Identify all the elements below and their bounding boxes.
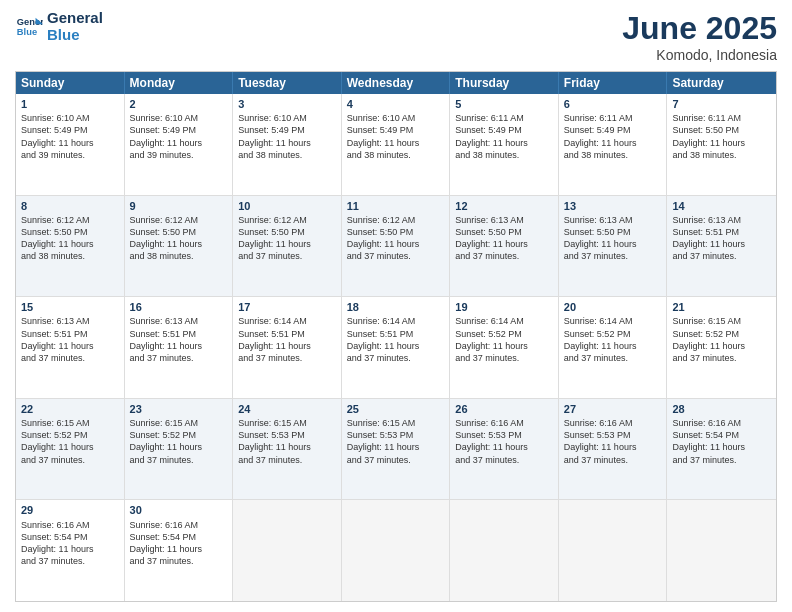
cell-0-4: 5Sunrise: 6:11 AMSunset: 5:49 PMDaylight… xyxy=(450,94,559,195)
cell-1-3: 11Sunrise: 6:12 AMSunset: 5:50 PMDayligh… xyxy=(342,196,451,297)
day-number: 3 xyxy=(238,97,336,111)
day-number: 20 xyxy=(564,300,662,314)
cell-0-3: 4Sunrise: 6:10 AMSunset: 5:49 PMDaylight… xyxy=(342,94,451,195)
svg-text:Blue: Blue xyxy=(17,27,37,37)
cell-3-4: 26Sunrise: 6:16 AMSunset: 5:53 PMDayligh… xyxy=(450,399,559,500)
page: General Blue General Blue June 2025 Komo… xyxy=(0,0,792,612)
day-number: 12 xyxy=(455,199,553,213)
logo-line2: Blue xyxy=(47,27,103,44)
cell-0-6: 7Sunrise: 6:11 AMSunset: 5:50 PMDaylight… xyxy=(667,94,776,195)
header-sunday: Sunday xyxy=(16,72,125,94)
location: Komodo, Indonesia xyxy=(622,47,777,63)
week-row-5: 29Sunrise: 6:16 AMSunset: 5:54 PMDayligh… xyxy=(16,500,776,601)
day-number: 4 xyxy=(347,97,445,111)
cell-info: Sunrise: 6:15 AMSunset: 5:52 PMDaylight:… xyxy=(672,315,771,364)
header: General Blue General Blue June 2025 Komo… xyxy=(15,10,777,63)
day-number: 15 xyxy=(21,300,119,314)
cell-info: Sunrise: 6:12 AMSunset: 5:50 PMDaylight:… xyxy=(130,214,228,263)
cell-info: Sunrise: 6:16 AMSunset: 5:53 PMDaylight:… xyxy=(564,417,662,466)
logo: General Blue General Blue xyxy=(15,10,103,43)
cell-info: Sunrise: 6:16 AMSunset: 5:54 PMDaylight:… xyxy=(672,417,771,466)
cell-info: Sunrise: 6:12 AMSunset: 5:50 PMDaylight:… xyxy=(21,214,119,263)
calendar: Sunday Monday Tuesday Wednesday Thursday… xyxy=(15,71,777,602)
cell-info: Sunrise: 6:10 AMSunset: 5:49 PMDaylight:… xyxy=(238,112,336,161)
cell-3-1: 23Sunrise: 6:15 AMSunset: 5:52 PMDayligh… xyxy=(125,399,234,500)
day-number: 7 xyxy=(672,97,771,111)
cell-info: Sunrise: 6:14 AMSunset: 5:52 PMDaylight:… xyxy=(564,315,662,364)
cell-4-6 xyxy=(667,500,776,601)
cell-3-0: 22Sunrise: 6:15 AMSunset: 5:52 PMDayligh… xyxy=(16,399,125,500)
week-row-3: 15Sunrise: 6:13 AMSunset: 5:51 PMDayligh… xyxy=(16,297,776,399)
week-row-2: 8Sunrise: 6:12 AMSunset: 5:50 PMDaylight… xyxy=(16,196,776,298)
cell-info: Sunrise: 6:10 AMSunset: 5:49 PMDaylight:… xyxy=(21,112,119,161)
day-number: 16 xyxy=(130,300,228,314)
day-number: 2 xyxy=(130,97,228,111)
logo-line1: General xyxy=(47,10,103,27)
cell-2-5: 20Sunrise: 6:14 AMSunset: 5:52 PMDayligh… xyxy=(559,297,668,398)
cell-info: Sunrise: 6:14 AMSunset: 5:51 PMDaylight:… xyxy=(238,315,336,364)
cell-info: Sunrise: 6:15 AMSunset: 5:53 PMDaylight:… xyxy=(347,417,445,466)
logo-wordmark: General Blue xyxy=(47,10,103,43)
cell-info: Sunrise: 6:14 AMSunset: 5:52 PMDaylight:… xyxy=(455,315,553,364)
cell-info: Sunrise: 6:16 AMSunset: 5:54 PMDaylight:… xyxy=(130,519,228,568)
cell-2-0: 15Sunrise: 6:13 AMSunset: 5:51 PMDayligh… xyxy=(16,297,125,398)
cell-info: Sunrise: 6:10 AMSunset: 5:49 PMDaylight:… xyxy=(347,112,445,161)
cell-info: Sunrise: 6:11 AMSunset: 5:49 PMDaylight:… xyxy=(564,112,662,161)
header-thursday: Thursday xyxy=(450,72,559,94)
cell-info: Sunrise: 6:12 AMSunset: 5:50 PMDaylight:… xyxy=(347,214,445,263)
day-number: 27 xyxy=(564,402,662,416)
day-number: 25 xyxy=(347,402,445,416)
day-number: 17 xyxy=(238,300,336,314)
day-number: 30 xyxy=(130,503,228,517)
day-number: 5 xyxy=(455,97,553,111)
cell-info: Sunrise: 6:14 AMSunset: 5:51 PMDaylight:… xyxy=(347,315,445,364)
cell-info: Sunrise: 6:15 AMSunset: 5:53 PMDaylight:… xyxy=(238,417,336,466)
cell-info: Sunrise: 6:13 AMSunset: 5:50 PMDaylight:… xyxy=(564,214,662,263)
day-number: 1 xyxy=(21,97,119,111)
day-number: 28 xyxy=(672,402,771,416)
day-number: 22 xyxy=(21,402,119,416)
day-number: 21 xyxy=(672,300,771,314)
day-number: 23 xyxy=(130,402,228,416)
cell-4-5 xyxy=(559,500,668,601)
week-row-4: 22Sunrise: 6:15 AMSunset: 5:52 PMDayligh… xyxy=(16,399,776,501)
header-saturday: Saturday xyxy=(667,72,776,94)
cell-info: Sunrise: 6:10 AMSunset: 5:49 PMDaylight:… xyxy=(130,112,228,161)
day-number: 29 xyxy=(21,503,119,517)
header-friday: Friday xyxy=(559,72,668,94)
header-monday: Monday xyxy=(125,72,234,94)
day-number: 8 xyxy=(21,199,119,213)
cell-0-1: 2Sunrise: 6:10 AMSunset: 5:49 PMDaylight… xyxy=(125,94,234,195)
calendar-body: 1Sunrise: 6:10 AMSunset: 5:49 PMDaylight… xyxy=(16,94,776,601)
header-tuesday: Tuesday xyxy=(233,72,342,94)
cell-info: Sunrise: 6:12 AMSunset: 5:50 PMDaylight:… xyxy=(238,214,336,263)
day-number: 18 xyxy=(347,300,445,314)
cell-1-6: 14Sunrise: 6:13 AMSunset: 5:51 PMDayligh… xyxy=(667,196,776,297)
calendar-header: Sunday Monday Tuesday Wednesday Thursday… xyxy=(16,72,776,94)
day-number: 13 xyxy=(564,199,662,213)
cell-info: Sunrise: 6:15 AMSunset: 5:52 PMDaylight:… xyxy=(21,417,119,466)
cell-2-2: 17Sunrise: 6:14 AMSunset: 5:51 PMDayligh… xyxy=(233,297,342,398)
day-number: 6 xyxy=(564,97,662,111)
day-number: 19 xyxy=(455,300,553,314)
cell-1-4: 12Sunrise: 6:13 AMSunset: 5:50 PMDayligh… xyxy=(450,196,559,297)
cell-info: Sunrise: 6:11 AMSunset: 5:49 PMDaylight:… xyxy=(455,112,553,161)
logo-icon: General Blue xyxy=(15,13,43,41)
cell-4-3 xyxy=(342,500,451,601)
cell-1-5: 13Sunrise: 6:13 AMSunset: 5:50 PMDayligh… xyxy=(559,196,668,297)
cell-info: Sunrise: 6:11 AMSunset: 5:50 PMDaylight:… xyxy=(672,112,771,161)
day-number: 14 xyxy=(672,199,771,213)
cell-4-4 xyxy=(450,500,559,601)
cell-3-6: 28Sunrise: 6:16 AMSunset: 5:54 PMDayligh… xyxy=(667,399,776,500)
cell-1-1: 9Sunrise: 6:12 AMSunset: 5:50 PMDaylight… xyxy=(125,196,234,297)
cell-3-3: 25Sunrise: 6:15 AMSunset: 5:53 PMDayligh… xyxy=(342,399,451,500)
cell-info: Sunrise: 6:13 AMSunset: 5:50 PMDaylight:… xyxy=(455,214,553,263)
cell-info: Sunrise: 6:16 AMSunset: 5:53 PMDaylight:… xyxy=(455,417,553,466)
cell-1-2: 10Sunrise: 6:12 AMSunset: 5:50 PMDayligh… xyxy=(233,196,342,297)
cell-2-1: 16Sunrise: 6:13 AMSunset: 5:51 PMDayligh… xyxy=(125,297,234,398)
day-number: 11 xyxy=(347,199,445,213)
day-number: 26 xyxy=(455,402,553,416)
cell-0-2: 3Sunrise: 6:10 AMSunset: 5:49 PMDaylight… xyxy=(233,94,342,195)
header-wednesday: Wednesday xyxy=(342,72,451,94)
title-block: June 2025 Komodo, Indonesia xyxy=(622,10,777,63)
